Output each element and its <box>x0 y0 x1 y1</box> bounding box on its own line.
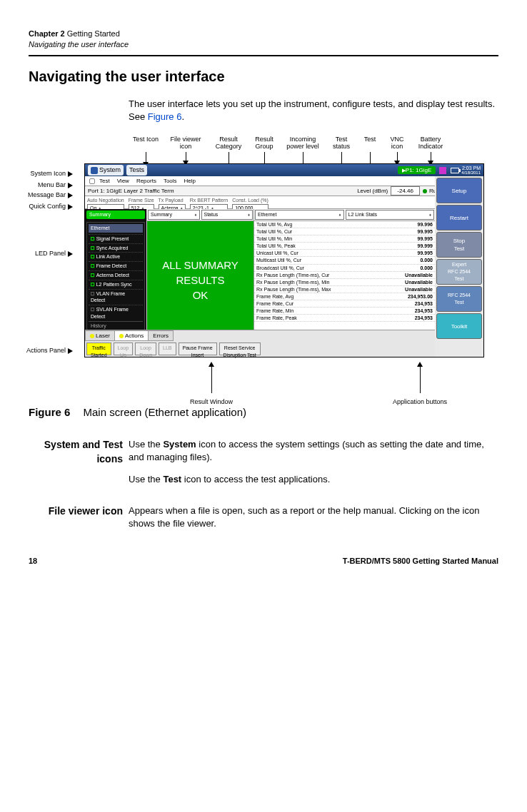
stat-row: Total Util %, Avg99.996 <box>254 221 435 228</box>
stat-row: Broadcast Util %, Cur0.000 <box>254 265 435 272</box>
callout-result-window: Result Window <box>190 397 233 407</box>
result-group-select-right[interactable]: L2 Link Stats <box>346 210 435 220</box>
menu-bar: Test View Reports Tools Help <box>85 176 483 186</box>
title-bar: System Tests P1: 1GigE 2:03 PM 4/18/2011 <box>85 164 483 176</box>
callout-message-bar: Message Bar <box>28 191 73 200</box>
figure-caption-text: Main screen (Ethernet application) <box>84 406 246 418</box>
menu-tools[interactable]: Tools <box>164 177 177 185</box>
tab-errors[interactable]: Errors <box>148 330 174 341</box>
toolkit-button[interactable]: Toolkit <box>436 313 482 339</box>
figure-label: Figure 6 <box>29 406 70 418</box>
led-summary[interactable]: Summary <box>86 210 145 219</box>
section-file-viewer-icon: File viewer icon Appears when a file is … <box>29 504 498 539</box>
header-rule <box>29 55 498 56</box>
section-paragraph: Appears when a file is open, such as a r… <box>129 504 498 530</box>
tests-icon[interactable]: Tests <box>126 165 147 176</box>
stop-test-button[interactable]: Stop Test <box>436 232 482 258</box>
stat-row: Rx Pause Length (Time-ms), MaxUnavailabl… <box>254 286 435 293</box>
led-signal-present: Signal Present <box>89 234 143 243</box>
led-history[interactable]: History <box>89 321 143 330</box>
loop-down-button[interactable]: Loop Down <box>135 342 156 355</box>
tab-laser[interactable]: Laser <box>85 330 115 341</box>
actions-panel: Traffic Started Loop Up Loop Down LLB Pa… <box>85 341 435 357</box>
stat-row: Frame Rate, Cur234,953 <box>254 300 435 308</box>
message-bar: Port 1: 1GigE Layer 2 Traffic Term Level… <box>85 186 483 196</box>
chapter-title: Getting Started <box>67 29 120 38</box>
battery-indicator-icon <box>451 168 459 173</box>
callout-result-category: Result Category <box>210 136 247 151</box>
manual-title: T-BERD/MTS 5800 Getting Started Manual <box>343 556 498 567</box>
menu-test[interactable]: Test <box>99 177 110 185</box>
bottom-callouts: Result Window Application buttons <box>29 383 500 400</box>
top-callouts: Test Icon File viewer icon Result Catego… <box>29 136 500 161</box>
setup-button[interactable]: Setup <box>436 178 482 203</box>
led-link-active: Link Active <box>89 252 143 261</box>
main-screen: System Tests P1: 1GigE 2:03 PM 4/18/2011… <box>84 163 484 357</box>
figure-link[interactable]: Figure 6 <box>148 111 182 122</box>
pause-frame-insert-button[interactable]: Pause Frame Insert <box>179 342 217 355</box>
rfc2544-button[interactable]: RFC 2544 Test <box>436 286 482 312</box>
system-icon[interactable]: System <box>88 165 124 176</box>
clock: 2:03 PM 4/18/2011 <box>461 166 481 175</box>
result-group-select-left[interactable]: Status <box>201 210 254 220</box>
qc-tx-payload[interactable]: Tx PayloadActerna <box>159 197 186 208</box>
menu-reports[interactable]: Reports <box>136 177 156 185</box>
callout-application-buttons: Application buttons <box>393 397 447 407</box>
chapter-label: Chapter 2 <box>29 29 65 38</box>
stat-row: Total Util %, Peak99.999 <box>254 243 435 250</box>
callout-quick-config: Quick Config <box>29 202 73 211</box>
nav-subtitle: Navigating the user interface <box>29 39 498 50</box>
stat-row: Rx Pause Length (Time-ms), CurUnavailabl… <box>254 272 435 279</box>
qc-auto-negotiation[interactable]: Auto NegotiationOn <box>87 197 124 208</box>
page-number: 18 <box>29 556 37 567</box>
callout-actions-panel: Actions Panel <box>26 346 73 355</box>
stats-rows: Total Util %, Avg99.996Total Util %, Cur… <box>254 221 435 322</box>
stat-row: Frame Rate, Min234,953 <box>254 308 435 315</box>
callout-vnc-icon: VNC icon <box>387 136 407 151</box>
llb-button[interactable]: LLB <box>159 342 176 355</box>
qc-frame-size[interactable]: Frame Size512 <box>129 197 154 208</box>
figure-6: Test Icon File viewer icon Result Catego… <box>29 136 500 386</box>
callout-file-viewer-icon: File viewer icon <box>169 136 203 151</box>
led-frame-detect: Frame Detect <box>89 261 143 270</box>
section-system-test-icons: System and Test icons Use the System ico… <box>29 438 498 494</box>
led-vlan-frame-detect: VLAN Frame Detect <box>89 289 143 305</box>
loop-up-button[interactable]: Loop Up <box>114 342 134 355</box>
result-category-select[interactable]: Summary <box>148 210 200 220</box>
expert-rfc2544-button[interactable]: Expert RFC 2544 Test <box>436 259 482 285</box>
vnc-icon[interactable] <box>439 167 446 174</box>
menu-help[interactable]: Help <box>184 177 196 185</box>
callout-test-status: Test status <box>328 136 354 151</box>
qc-rx-bert-pattern[interactable]: Rx BERT Pattern2^23 -1 <box>190 197 228 208</box>
stat-row: Unicast Util %, Cur99.995 <box>254 250 435 257</box>
level-label: Level (dBm) <box>357 187 388 195</box>
section-heading: File viewer icon <box>29 504 129 539</box>
tab-actions[interactable]: Actions <box>114 330 149 341</box>
port-title: Port 1: 1GigE Layer 2 Traffic Term <box>88 187 174 195</box>
test-port-selector[interactable]: P1: 1GigE <box>398 166 436 174</box>
stat-row: Frame Rate, Avg234,953.00 <box>254 293 435 300</box>
traffic-started-button[interactable]: Traffic Started <box>86 342 111 355</box>
file-viewer-icon[interactable] <box>89 178 95 184</box>
qc-const-load[interactable]: Const. Load (%)100.000 <box>232 197 268 208</box>
result-category-select-right[interactable]: Ethernet <box>255 210 344 220</box>
stat-row: Frame Rate, Peak234,953 <box>254 315 435 322</box>
figure-caption: Figure 6 Main screen (Ethernet applicati… <box>29 405 498 420</box>
menu-view[interactable]: View <box>117 177 129 185</box>
intro-text-b: . <box>181 111 184 122</box>
stat-row: Total Util %, Cur99.995 <box>254 228 435 235</box>
stat-row: Total Util %, Min99.995 <box>254 235 435 243</box>
chapter-header: Chapter 2 Getting Started <box>29 29 498 39</box>
restart-button[interactable]: Restart <box>436 205 482 230</box>
section-paragraph: Use the Test icon to access the test app… <box>129 473 498 486</box>
summary-results-body: ALL SUMMARY RESULTS OK <box>147 221 254 340</box>
reset-service-disruption-button[interactable]: Reset Service Disruption Test <box>219 342 261 355</box>
intro-paragraph: The user interface lets you set up the i… <box>129 98 498 123</box>
callout-led-panel: LED Panel <box>35 249 73 258</box>
callout-menu-bar: Menu Bar <box>38 181 73 190</box>
system-glyph-icon <box>91 167 98 174</box>
incoming-power-level: -24.46 <box>391 186 420 196</box>
page-title: Navigating the user interface <box>29 66 498 86</box>
application-buttons: Setup Restart Stop Test Expert RFC 2544 … <box>435 176 483 357</box>
callout-battery-indicator: Battery Indicator <box>414 136 447 151</box>
